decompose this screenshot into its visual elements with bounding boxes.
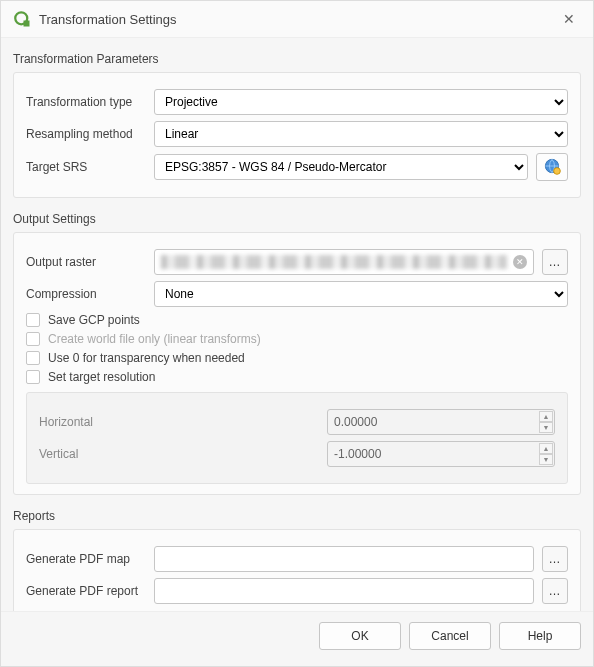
- qgis-icon: [13, 10, 31, 28]
- transformation-parameters-label: Transformation Parameters: [13, 52, 581, 66]
- target-srs-label: Target SRS: [26, 160, 146, 174]
- target-srs-select[interactable]: EPSG:3857 - WGS 84 / Pseudo-Mercator: [154, 154, 528, 180]
- zero-transparency-label: Use 0 for transparency when needed: [48, 351, 245, 365]
- generate-pdf-report-label: Generate PDF report: [26, 584, 146, 598]
- ellipsis-icon: …: [549, 584, 562, 598]
- svg-rect-1: [24, 21, 30, 27]
- chevron-up-icon[interactable]: ▲: [539, 411, 553, 422]
- horizontal-resolution-spin[interactable]: ▲ ▼: [327, 409, 555, 435]
- dialog-body: Transformation Parameters Transformation…: [1, 38, 593, 611]
- output-raster-input[interactable]: ✕: [154, 249, 534, 275]
- vertical-resolution-row: Vertical ▲ ▼: [39, 441, 555, 467]
- horizontal-resolution-stepper[interactable]: ▲ ▼: [539, 411, 553, 433]
- svg-point-3: [554, 167, 561, 174]
- transformation-type-row: Transformation type Projective: [26, 89, 568, 115]
- ok-button[interactable]: OK: [319, 622, 401, 650]
- set-target-resolution-label: Set target resolution: [48, 370, 155, 384]
- resampling-method-select[interactable]: Linear: [154, 121, 568, 147]
- browse-pdf-map-button[interactable]: …: [542, 546, 568, 572]
- generate-pdf-report-row: Generate PDF report …: [26, 578, 568, 604]
- ellipsis-icon: …: [549, 255, 562, 269]
- help-button[interactable]: Help: [499, 622, 581, 650]
- browse-output-raster-button[interactable]: …: [542, 249, 568, 275]
- vertical-resolution-label: Vertical: [39, 447, 319, 461]
- set-target-resolution-row: Set target resolution: [26, 370, 568, 384]
- resampling-method-label: Resampling method: [26, 127, 146, 141]
- create-world-file-label: Create world file only (linear transform…: [48, 332, 261, 346]
- vertical-resolution-stepper[interactable]: ▲ ▼: [539, 443, 553, 465]
- zero-transparency-row: Use 0 for transparency when needed: [26, 351, 568, 365]
- resampling-method-row: Resampling method Linear: [26, 121, 568, 147]
- transformation-type-select[interactable]: Projective: [154, 89, 568, 115]
- titlebar: Transformation Settings ✕: [1, 1, 593, 38]
- browse-pdf-report-button[interactable]: …: [542, 578, 568, 604]
- reports-group: Generate PDF map … Generate PDF report …: [13, 529, 581, 611]
- window-title: Transformation Settings: [39, 12, 177, 27]
- horizontal-resolution-row: Horizontal ▲ ▼: [39, 409, 555, 435]
- save-gcp-label: Save GCP points: [48, 313, 140, 327]
- output-raster-label: Output raster: [26, 255, 146, 269]
- create-world-file-checkbox[interactable]: [26, 332, 40, 346]
- chevron-down-icon[interactable]: ▼: [539, 422, 553, 433]
- compression-select[interactable]: None: [154, 281, 568, 307]
- ellipsis-icon: …: [549, 552, 562, 566]
- output-settings-label: Output Settings: [13, 212, 581, 226]
- output-raster-row: Output raster ✕ …: [26, 249, 568, 275]
- chevron-down-icon[interactable]: ▼: [539, 454, 553, 465]
- set-target-resolution-checkbox[interactable]: [26, 370, 40, 384]
- globe-icon: [542, 156, 562, 179]
- zero-transparency-checkbox[interactable]: [26, 351, 40, 365]
- select-crs-button[interactable]: [536, 153, 568, 181]
- save-gcp-row: Save GCP points: [26, 313, 568, 327]
- button-bar: OK Cancel Help: [1, 611, 593, 666]
- generate-pdf-map-row: Generate PDF map …: [26, 546, 568, 572]
- horizontal-resolution-label: Horizontal: [39, 415, 319, 429]
- target-srs-row: Target SRS EPSG:3857 - WGS 84 / Pseudo-M…: [26, 153, 568, 181]
- dialog-window: Transformation Settings ✕ Transformation…: [0, 0, 594, 667]
- output-settings-group: Output raster ✕ … Compression None Save …: [13, 232, 581, 495]
- chevron-up-icon[interactable]: ▲: [539, 443, 553, 454]
- save-gcp-checkbox[interactable]: [26, 313, 40, 327]
- reports-label: Reports: [13, 509, 581, 523]
- target-resolution-group: Horizontal ▲ ▼ Vertical ▲: [26, 392, 568, 484]
- close-button[interactable]: ✕: [557, 9, 581, 29]
- generate-pdf-map-input[interactable]: [154, 546, 534, 572]
- compression-label: Compression: [26, 287, 146, 301]
- generate-pdf-report-input[interactable]: [154, 578, 534, 604]
- titlebar-left: Transformation Settings: [13, 10, 177, 28]
- cancel-button[interactable]: Cancel: [409, 622, 491, 650]
- create-world-file-row: Create world file only (linear transform…: [26, 332, 568, 346]
- clear-output-raster-button[interactable]: ✕: [513, 255, 527, 269]
- compression-row: Compression None: [26, 281, 568, 307]
- transformation-type-label: Transformation type: [26, 95, 146, 109]
- generate-pdf-map-label: Generate PDF map: [26, 552, 146, 566]
- vertical-resolution-input[interactable]: [327, 441, 555, 467]
- horizontal-resolution-input[interactable]: [327, 409, 555, 435]
- output-raster-blurred-text: [161, 255, 507, 269]
- vertical-resolution-spin[interactable]: ▲ ▼: [327, 441, 555, 467]
- transformation-parameters-group: Transformation type Projective Resamplin…: [13, 72, 581, 198]
